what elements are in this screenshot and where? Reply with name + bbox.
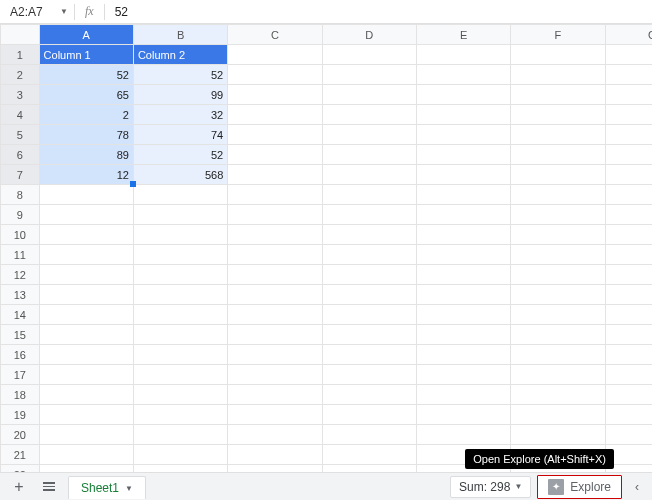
cell[interactable]: 52: [39, 65, 133, 85]
cell[interactable]: [133, 245, 227, 265]
row-header[interactable]: 16: [1, 345, 40, 365]
row-header[interactable]: 5: [1, 125, 40, 145]
cell[interactable]: [39, 265, 133, 285]
cell[interactable]: [322, 145, 416, 165]
cell[interactable]: [322, 285, 416, 305]
cell[interactable]: [133, 185, 227, 205]
cell[interactable]: [322, 365, 416, 385]
row-header[interactable]: 13: [1, 285, 40, 305]
cell[interactable]: [605, 405, 652, 425]
sheet-tab[interactable]: Sheet1 ▼: [68, 476, 146, 499]
row-header[interactable]: 9: [1, 205, 40, 225]
cell[interactable]: [228, 85, 322, 105]
cell[interactable]: [228, 325, 322, 345]
col-header-C[interactable]: C: [228, 25, 322, 45]
cell[interactable]: [39, 205, 133, 225]
row-header[interactable]: 19: [1, 405, 40, 425]
cell[interactable]: [133, 265, 227, 285]
cell[interactable]: [322, 185, 416, 205]
cell[interactable]: [511, 245, 605, 265]
cell[interactable]: 2: [39, 105, 133, 125]
cell[interactable]: [511, 85, 605, 105]
cell[interactable]: [133, 325, 227, 345]
cell[interactable]: [511, 385, 605, 405]
cell[interactable]: [605, 65, 652, 85]
cell[interactable]: [322, 345, 416, 365]
cell[interactable]: 52: [133, 145, 227, 165]
cell[interactable]: [605, 285, 652, 305]
spreadsheet-grid[interactable]: A B C D E F G 1Column 1Column 2 25252 36…: [0, 24, 652, 472]
cell[interactable]: [322, 465, 416, 473]
cell[interactable]: Column 1: [39, 45, 133, 65]
cell[interactable]: [605, 45, 652, 65]
cell[interactable]: [133, 385, 227, 405]
cell[interactable]: [416, 345, 510, 365]
cell[interactable]: [605, 425, 652, 445]
row-header[interactable]: 17: [1, 365, 40, 385]
cell[interactable]: [605, 265, 652, 285]
name-box[interactable]: A2:A7 ▼: [4, 5, 74, 19]
summary-button[interactable]: Sum: 298 ▼: [450, 476, 531, 498]
cell[interactable]: 89: [39, 145, 133, 165]
cell[interactable]: [133, 465, 227, 473]
cell[interactable]: [228, 45, 322, 65]
col-header-D[interactable]: D: [322, 25, 416, 45]
cell[interactable]: [322, 385, 416, 405]
cell[interactable]: [228, 185, 322, 205]
cell[interactable]: [228, 345, 322, 365]
col-header-E[interactable]: E: [416, 25, 510, 45]
cell[interactable]: 32: [133, 105, 227, 125]
cell[interactable]: [39, 305, 133, 325]
cell[interactable]: [228, 365, 322, 385]
cell[interactable]: [39, 425, 133, 445]
cell[interactable]: [228, 265, 322, 285]
cell[interactable]: [605, 245, 652, 265]
cell[interactable]: [228, 445, 322, 465]
cell[interactable]: [511, 305, 605, 325]
cell[interactable]: [605, 385, 652, 405]
cell[interactable]: [605, 125, 652, 145]
cell[interactable]: [322, 165, 416, 185]
cell[interactable]: [416, 85, 510, 105]
row-header[interactable]: 2: [1, 65, 40, 85]
explore-button[interactable]: ✦ Explore: [537, 475, 622, 499]
cell[interactable]: [133, 225, 227, 245]
cell[interactable]: [39, 185, 133, 205]
cell[interactable]: [322, 105, 416, 125]
cell[interactable]: [511, 225, 605, 245]
row-header[interactable]: 22: [1, 465, 40, 473]
select-all-corner[interactable]: [1, 25, 40, 45]
row-header[interactable]: 11: [1, 245, 40, 265]
cell[interactable]: [605, 205, 652, 225]
cell[interactable]: [228, 405, 322, 425]
cell[interactable]: [322, 325, 416, 345]
cell[interactable]: [228, 225, 322, 245]
cell[interactable]: [228, 65, 322, 85]
row-header[interactable]: 20: [1, 425, 40, 445]
cell[interactable]: [133, 305, 227, 325]
cell[interactable]: [39, 465, 133, 473]
cell[interactable]: 78: [39, 125, 133, 145]
cell[interactable]: [511, 205, 605, 225]
add-sheet-button[interactable]: +: [8, 476, 30, 498]
cell[interactable]: [322, 125, 416, 145]
cell[interactable]: [511, 165, 605, 185]
row-header[interactable]: 12: [1, 265, 40, 285]
cell[interactable]: [39, 345, 133, 365]
cell[interactable]: [322, 445, 416, 465]
row-header[interactable]: 18: [1, 385, 40, 405]
cell[interactable]: [511, 45, 605, 65]
cell[interactable]: [39, 245, 133, 265]
cell[interactable]: [511, 425, 605, 445]
cell[interactable]: [511, 325, 605, 345]
col-header-G[interactable]: G: [605, 25, 652, 45]
cell[interactable]: [322, 305, 416, 325]
cell[interactable]: [228, 305, 322, 325]
cell[interactable]: [511, 105, 605, 125]
cell[interactable]: 568: [133, 165, 227, 185]
col-header-A[interactable]: A: [39, 25, 133, 45]
row-header[interactable]: 1: [1, 45, 40, 65]
cell[interactable]: [133, 445, 227, 465]
cell[interactable]: [322, 65, 416, 85]
formula-bar[interactable]: 52: [105, 5, 128, 19]
